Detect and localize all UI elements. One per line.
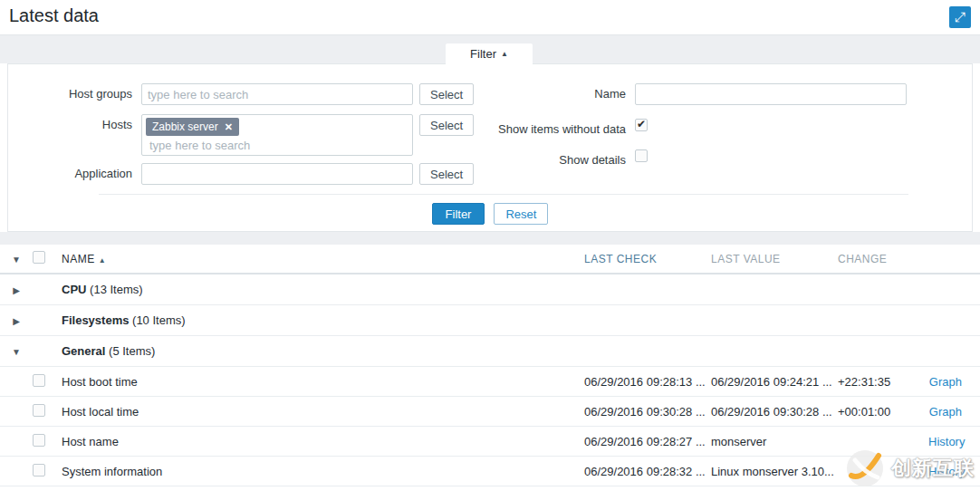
filter-divider — [99, 194, 908, 195]
row-checkbox[interactable] — [33, 464, 45, 477]
host-chip-label: Zabbix server — [152, 120, 218, 133]
mid-band — [0, 232, 980, 245]
group-count: (5 Items) — [109, 344, 155, 358]
column-header-name[interactable]: NAME▲ — [60, 253, 584, 265]
column-header-last-value: LAST VALUE — [711, 253, 838, 265]
hosts-label: Hosts — [8, 114, 132, 136]
table-row: System information 06/29/2016 09:28:32 .… — [0, 457, 980, 486]
filter-tab-label: Filter — [470, 47, 496, 61]
show-details-row: Show details — [493, 149, 648, 171]
item-name: Host boot time — [60, 375, 584, 389]
group-row-cpu: ▶ CPU (13 Items) — [0, 274, 980, 305]
show-items-without-data-checkbox[interactable] — [635, 119, 648, 131]
row-checkbox[interactable] — [33, 404, 45, 417]
page-header: Latest data ⤢ — [0, 0, 980, 34]
change-value: +22:31:35 — [838, 375, 928, 389]
host-groups-row: Host groups Select — [8, 83, 474, 105]
latest-data-table: ▼ NAME▲ LAST CHECK LAST VALUE CHANGE ▶ C… — [0, 245, 980, 491]
hosts-row: Hosts Zabbix server ✕ Select — [8, 114, 474, 156]
filter-button[interactable]: Filter — [432, 203, 485, 225]
filter-right-column: Name Show items without data Show detail… — [493, 64, 946, 191]
host-chip[interactable]: Zabbix server ✕ — [146, 118, 239, 136]
graph-link[interactable]: Graph — [929, 405, 962, 419]
group-count: (13 Items) — [90, 283, 143, 296]
show-items-without-data-label: Show items without data — [493, 119, 626, 140]
change-value: +00:01:00 — [838, 405, 928, 419]
row-checkbox[interactable] — [33, 374, 45, 387]
hosts-select-button[interactable]: Select — [419, 114, 474, 136]
name-row: Name — [493, 83, 907, 105]
expand-toggle-icon[interactable]: ▶ — [9, 284, 24, 297]
show-items-row: Show items without data — [493, 119, 648, 140]
select-all-checkbox[interactable] — [33, 251, 45, 264]
application-row: Application Select — [8, 163, 474, 185]
column-header-change: CHANGE — [838, 253, 928, 265]
last-check-value: 06/29/2016 09:28:13 ... — [584, 375, 711, 389]
group-row-general: ▼ General (5 Items) — [0, 336, 980, 367]
filter-actions: Filter Reset — [8, 203, 972, 225]
history-link[interactable]: History — [928, 435, 965, 448]
history-link[interactable]: History — [928, 465, 965, 478]
collapse-all-toggle[interactable]: ▼ — [8, 253, 24, 266]
item-name: Host local time — [60, 405, 584, 419]
page-title: Latest data — [9, 5, 99, 26]
group-row-filesystems: ▶ Filesystems (10 Items) — [0, 305, 980, 336]
row-checkbox[interactable] — [33, 434, 45, 447]
column-header-last-check[interactable]: LAST CHECK — [584, 253, 711, 265]
last-check-value: 06/29/2016 09:28:32 ... — [584, 465, 711, 478]
show-details-label: Show details — [493, 149, 626, 171]
group-name: General — [62, 344, 105, 358]
last-check-value: 06/29/2016 09:30:28 ... — [584, 405, 711, 419]
application-input[interactable] — [141, 163, 413, 185]
last-check-value: 06/29/2016 09:28:27 ... — [584, 435, 711, 448]
filter-tab[interactable]: Filter ▲ — [446, 43, 533, 64]
item-name: System information — [60, 465, 584, 478]
reset-button[interactable]: Reset — [494, 203, 548, 225]
graph-link[interactable]: Graph — [929, 375, 962, 389]
show-details-checkbox[interactable] — [635, 149, 648, 162]
hosts-multiselect[interactable]: Zabbix server ✕ — [141, 114, 413, 156]
collapse-toggle-icon[interactable]: ▼ — [8, 345, 24, 359]
name-label: Name — [493, 83, 626, 105]
host-groups-input[interactable] — [141, 83, 413, 105]
item-name: Host name — [60, 435, 584, 448]
host-groups-label: Host groups — [8, 83, 132, 105]
group-name: Filesystems — [62, 313, 129, 327]
application-label: Application — [8, 163, 132, 185]
filter-panel: Host groups Select Hosts Zabbix server ✕… — [7, 63, 973, 232]
sort-asc-icon: ▲ — [99, 256, 106, 265]
last-value: 06/29/2016 09:30:28 ... — [711, 405, 838, 419]
fullscreen-icon: ⤢ — [955, 9, 966, 24]
last-value: monserver — [711, 435, 838, 448]
last-value: Linux monserver 3.10... — [711, 465, 838, 478]
table-row: Host name 06/29/2016 09:28:27 ... monser… — [0, 427, 980, 457]
expand-toggle-icon[interactable]: ▶ — [9, 314, 24, 328]
hosts-input[interactable] — [149, 139, 403, 152]
group-name: CPU — [62, 283, 86, 296]
host-groups-select-button[interactable]: Select — [419, 83, 474, 105]
group-count: (10 Items) — [132, 313, 186, 327]
fullscreen-button[interactable]: ⤢ — [949, 6, 971, 28]
application-select-button[interactable]: Select — [419, 163, 474, 185]
collapse-arrow-icon: ▲ — [501, 50, 508, 58]
last-value: 06/29/2016 09:24:21 ... — [711, 375, 838, 389]
table-row: Host local time 06/29/2016 09:30:28 ... … — [0, 397, 980, 427]
table-row: Host boot time 06/29/2016 09:28:13 ... 0… — [0, 367, 980, 397]
table-header-row: ▼ NAME▲ LAST CHECK LAST VALUE CHANGE — [0, 245, 980, 274]
name-input[interactable] — [635, 83, 907, 105]
chip-remove-icon[interactable]: ✕ — [225, 122, 233, 132]
